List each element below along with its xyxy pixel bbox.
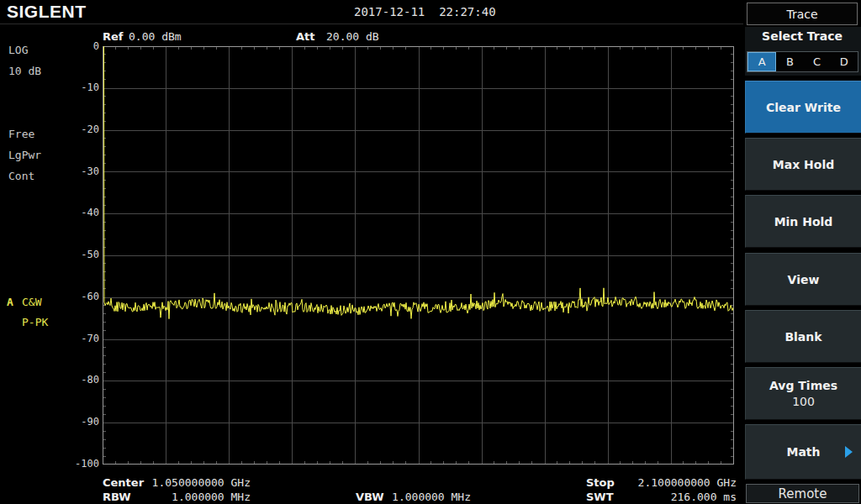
y-axis-label: -70 bbox=[61, 333, 99, 344]
scale-step-label: 10 dB bbox=[8, 65, 41, 77]
max-hold-button[interactable]: Max Hold bbox=[745, 138, 861, 191]
siglent-logo: SIGLENT bbox=[7, 2, 87, 22]
trace-mode-indicator: C&W bbox=[22, 296, 41, 308]
trace-selector-row: A B C D bbox=[747, 51, 858, 72]
remote-status: Remote bbox=[746, 484, 859, 503]
clear-write-label: Clear Write bbox=[766, 101, 841, 114]
y-axis-label: -30 bbox=[61, 165, 99, 177]
y-axis-label: -40 bbox=[61, 207, 99, 218]
sweep-mode-label: Cont bbox=[8, 170, 34, 182]
scale-type-label: LOG bbox=[8, 44, 28, 56]
ref-level-value: 0.00 dBm bbox=[129, 30, 182, 43]
trace-option-d[interactable]: D bbox=[831, 52, 858, 71]
source-mode-label: LgPwr bbox=[8, 149, 41, 161]
ref-level-label: Ref bbox=[103, 30, 123, 43]
y-axis-label: -50 bbox=[61, 249, 99, 260]
attenuation-value: 20.00 dB bbox=[326, 30, 379, 43]
view-label: View bbox=[788, 273, 820, 286]
view-button[interactable]: View bbox=[745, 253, 861, 306]
stop-freq-label: Stop bbox=[586, 476, 615, 489]
vbw-value: 1.000000 MHz bbox=[360, 491, 471, 503]
select-trace-label: Select Trace bbox=[743, 29, 861, 43]
trigger-mode-label: Free bbox=[8, 128, 34, 140]
y-axis-label: -60 bbox=[61, 291, 99, 302]
trace-menu-title: Trace bbox=[747, 3, 858, 25]
y-axis-label: -10 bbox=[61, 81, 99, 93]
submenu-arrow-icon bbox=[845, 446, 853, 458]
avg-times-value: 100 bbox=[792, 395, 815, 408]
max-hold-label: Max Hold bbox=[773, 158, 834, 171]
y-axis-label: 0 bbox=[61, 40, 99, 52]
math-button[interactable]: Math bbox=[745, 424, 861, 480]
detector-mode-indicator: P-PK bbox=[22, 316, 48, 328]
blank-button[interactable]: Blank bbox=[745, 310, 861, 363]
avg-times-label: Avg Times bbox=[769, 379, 837, 392]
swt-label: SWT bbox=[586, 491, 614, 503]
math-label: Math bbox=[786, 445, 820, 459]
y-axis-label: -100 bbox=[61, 458, 99, 470]
center-freq-value: 1.050000000 GHz bbox=[126, 476, 251, 489]
y-axis-label: -90 bbox=[61, 416, 99, 428]
min-hold-label: Min Hold bbox=[774, 215, 833, 228]
avg-times-button[interactable]: Avg Times 100 bbox=[745, 367, 861, 420]
clear-write-button[interactable]: Clear Write bbox=[745, 81, 861, 134]
trace-option-b[interactable]: B bbox=[776, 52, 803, 71]
trace-option-a[interactable]: A bbox=[747, 52, 776, 71]
trace-letter-indicator: A bbox=[7, 296, 13, 308]
trace-plot bbox=[103, 46, 734, 465]
stop-freq-value: 2.100000000 GHz bbox=[612, 476, 737, 489]
trace-option-c[interactable]: C bbox=[804, 52, 831, 71]
analyzer-screen: SIGLENT 2017-12-11 22:27:40 Ref 0.00 dBm… bbox=[0, 0, 861, 504]
datetime-display: 2017-12-11 22:27:40 bbox=[354, 5, 496, 18]
blank-label: Blank bbox=[784, 330, 821, 344]
min-hold-button[interactable]: Min Hold bbox=[745, 195, 861, 248]
header-bar: SIGLENT 2017-12-11 22:27:40 bbox=[0, 0, 743, 24]
attenuation-label: Att bbox=[296, 30, 315, 43]
y-axis-label: -20 bbox=[61, 123, 99, 135]
rbw-value: 1.000000 MHz bbox=[126, 491, 251, 503]
y-axis-label: -80 bbox=[61, 374, 99, 386]
swt-value: 216.000 ms bbox=[612, 491, 737, 503]
spectrum-display bbox=[103, 46, 734, 465]
